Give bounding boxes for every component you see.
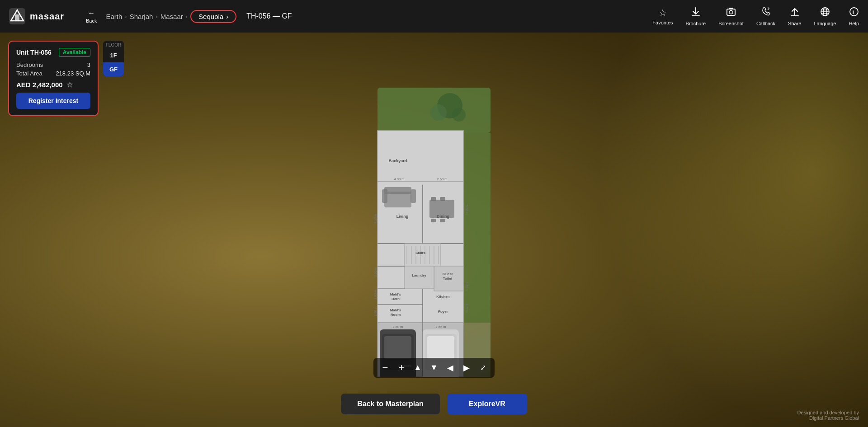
main-content: Unit TH-056 Available Bedrooms 3 Total A… (0, 33, 868, 427)
svg-point-4 (729, 10, 733, 14)
svg-text:1.20 m: 1.20 m (465, 282, 468, 291)
back-label: Back (86, 18, 97, 23)
svg-text:Maid's: Maid's (390, 308, 401, 312)
zoom-plus-button[interactable]: + (394, 361, 409, 375)
register-interest-button[interactable]: Register Interest (16, 93, 90, 109)
sequoia-arrow-icon: › (226, 13, 228, 20)
svg-text:Stairs: Stairs (415, 251, 426, 255)
screenshot-button[interactable]: Screenshot (718, 7, 744, 26)
breadcrumb-earth[interactable]: Earth (106, 13, 122, 20)
pan-right-button[interactable]: ▶ (459, 361, 474, 375)
zoom-minus-button[interactable]: − (378, 361, 392, 375)
area-detail: Total Area 218.23 SQ.M (16, 70, 90, 77)
breadcrumb-unit: TH-056 — GF (246, 12, 292, 20)
brochure-label: Brochure (686, 21, 706, 26)
floor-1f-button[interactable]: 1F (103, 48, 124, 62)
svg-text:i: i (852, 9, 854, 15)
pan-down-button[interactable]: ▼ (427, 361, 441, 375)
footer-line1: Designed and developed by (797, 410, 859, 415)
breadcrumb-masaar[interactable]: Masaar (160, 13, 183, 20)
breadcrumb-sequoia-badge[interactable]: Sequoia › (190, 10, 236, 23)
breadcrumb-sep-3: › (186, 13, 188, 20)
nav-controls: − + ▲ ▼ ◀ ▶ ⤢ (373, 358, 495, 378)
svg-rect-26 (405, 266, 434, 289)
sequoia-label: Sequoia (198, 13, 223, 20)
breadcrumb-sep-2: › (156, 13, 157, 20)
floor-label: FLOOR (103, 41, 124, 48)
callback-label: Callback (756, 21, 775, 26)
svg-text:3.70 m: 3.70 m (465, 303, 468, 313)
svg-text:4.10 m: 4.10 m (374, 214, 377, 224)
language-button[interactable]: Language (814, 7, 836, 26)
area-label: Total Area (16, 70, 42, 77)
svg-rect-31 (384, 192, 411, 207)
pan-left-button[interactable]: ◀ (443, 361, 458, 375)
svg-point-30 (452, 108, 466, 122)
help-icon: i (849, 7, 859, 19)
svg-text:Living: Living (396, 214, 409, 219)
breadcrumb: Earth › Sharjah › Masaar › Sequoia › TH-… (106, 10, 652, 23)
breadcrumb-sep-1: › (125, 13, 127, 20)
callback-icon (761, 7, 771, 19)
header: masaar ← Back Earth › Sharjah › Masaar ›… (0, 0, 868, 33)
svg-text:2.65 m: 2.65 m (436, 325, 446, 329)
explore-vr-button[interactable]: ExploreVR (447, 394, 527, 414)
logo-area: masaar (9, 8, 81, 24)
svg-rect-38 (431, 219, 436, 222)
masaar-logo-icon (9, 8, 25, 24)
svg-text:Room: Room (391, 313, 401, 317)
svg-text:Maid's: Maid's (390, 292, 401, 296)
language-icon (820, 7, 830, 19)
floor-selector: FLOOR 1F GF (103, 41, 124, 76)
screenshot-label: Screenshot (718, 21, 744, 26)
unit-price: AED 2,482,000 ☆ (16, 80, 90, 89)
bottom-buttons: Back to Masterplan ExploreVR (341, 394, 527, 414)
breadcrumb-sharjah[interactable]: Sharjah (130, 13, 153, 20)
svg-rect-32 (384, 187, 411, 194)
screenshot-icon (726, 7, 736, 19)
share-button[interactable]: Share (788, 7, 801, 26)
unit-panel-header: Unit TH-056 Available (16, 48, 90, 57)
svg-rect-34 (410, 189, 416, 203)
brochure-icon (691, 7, 701, 19)
svg-text:Bath: Bath (392, 297, 400, 301)
svg-text:Dining: Dining (437, 214, 449, 219)
back-arrow-icon: ← (88, 9, 95, 17)
bedrooms-detail: Bedrooms 3 (16, 61, 90, 68)
brochure-button[interactable]: Brochure (686, 7, 706, 26)
svg-rect-13 (463, 133, 491, 323)
svg-text:Toilet: Toilet (443, 277, 453, 281)
unit-id: Unit TH-056 (16, 49, 52, 56)
svg-rect-33 (382, 189, 387, 203)
svg-rect-39 (440, 219, 445, 222)
floorplan-svg: Backyard Living Dining Stairs Laundry Gu… (368, 88, 500, 377)
favorites-button[interactable]: ☆ Favorites (652, 7, 673, 25)
svg-point-29 (430, 104, 447, 121)
price-value: AED 2,482,000 (16, 81, 63, 89)
svg-text:1.60 m: 1.60 m (374, 306, 377, 316)
back-to-masterplan-button[interactable]: Back to Masterplan (341, 394, 440, 414)
svg-rect-37 (440, 197, 445, 201)
help-button[interactable]: i Help (849, 7, 859, 26)
svg-text:Backyard: Backyard (389, 159, 407, 163)
floorplan-container: Backyard Living Dining Stairs Laundry Gu… (368, 88, 500, 377)
callback-button[interactable]: Callback (756, 7, 775, 26)
svg-text:5.50 m: 5.50 m (465, 205, 468, 215)
share-icon (790, 7, 800, 19)
pan-up-button[interactable]: ▲ (410, 361, 425, 375)
share-label: Share (788, 21, 801, 26)
svg-text:Foyer: Foyer (438, 310, 448, 314)
bedrooms-label: Bedrooms (16, 61, 43, 68)
footer-line2: Digital Partners Global (797, 415, 859, 421)
svg-text:4.00 m: 4.00 m (394, 177, 405, 181)
back-button[interactable]: ← Back (86, 9, 97, 23)
unit-info-panel: Unit TH-056 Available Bedrooms 3 Total A… (8, 41, 99, 116)
favorite-star-icon[interactable]: ☆ (66, 80, 73, 89)
language-label: Language (814, 21, 836, 26)
svg-text:2.60 m: 2.60 m (393, 325, 403, 329)
floor-gf-button[interactable]: GF (103, 62, 124, 76)
help-label: Help (849, 21, 859, 26)
expand-button[interactable]: ⤢ (476, 361, 490, 375)
svg-rect-50 (384, 336, 411, 359)
svg-text:1.60 m: 1.60 m (374, 290, 377, 300)
